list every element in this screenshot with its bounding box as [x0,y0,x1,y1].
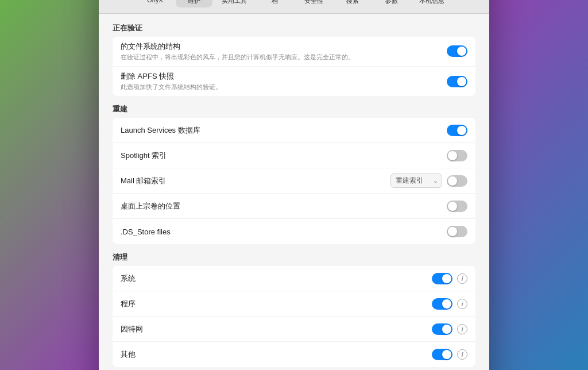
toggle-knob-spotlight [448,151,457,160]
toolbar-item-sysinfo[interactable]: ⓘ本机信息 [412,0,451,7]
toolbar-item-search[interactable]: ⌕搜索 [334,0,371,7]
toggle-ds-store[interactable] [447,226,467,237]
toolbar-item-maintenance[interactable]: ✦维护 [176,0,212,7]
toolbar-item-onyx[interactable]: ⌂OnyX [137,0,173,7]
row-label-spotlight: Spotlight 索引 [121,151,447,161]
toggle-knob-apps [442,299,451,309]
row-desktop-pos: 桌面上宗卷的位置 [113,194,475,219]
toolbar-label-search: 搜索 [346,0,359,5]
row-other: 其他i [113,342,475,367]
section-title-clean: 清理 [113,252,475,263]
row-content-spotlight: Spotlight 索引 [121,151,447,161]
row-right-system: i [432,273,467,284]
toolbar-label-security: 安全性 [304,0,323,5]
row-desc-apfs: 此选项加快了文件系统结构的验证。 [121,83,447,91]
toolbar-item-utilities[interactable]: ⚙实用工具 [215,0,254,7]
row-mail-index: Mail 邮箱索引重建索引 [113,168,475,194]
toggle-launch-services[interactable] [447,125,467,136]
row-content-other: 其他 [121,349,432,360]
row-label-internet: 因特网 [121,324,432,334]
toolbar-label-sysinfo: 本机信息 [419,0,444,5]
toggle-mail-index[interactable] [447,175,467,187]
dropdown-mail-index[interactable]: 重建索引 [390,174,442,188]
row-system: 系统i [113,266,475,291]
main-content: 正在验证的文件系统的结构在验证过程中，将出现彩色的风车，并且您的计算机似乎无响应… [99,14,489,370]
row-right-apps: i [432,298,467,310]
toggle-knob-ds-store [448,227,457,236]
row-right-internet: i [432,323,467,335]
section-title-rebuild: 重建 [113,104,475,114]
row-content-apps: 程序 [121,299,432,309]
toggle-knob-apfs [457,77,466,86]
toggle-spotlight[interactable] [447,150,467,161]
section-card-rebuild: Launch Services 数据库Spotlight 索引Mail 邮箱索引… [113,118,475,244]
toggle-other[interactable] [432,349,452,360]
row-content-filesystem: 的文件系统的结构在验证过程中，将出现彩色的风车，并且您的计算机似乎无响应。这是完… [121,41,447,61]
toggle-apps[interactable] [432,298,452,310]
row-right-launch-services [447,125,467,136]
row-ds-store: .DS_Store files [113,219,475,244]
toggle-knob-other [442,350,451,359]
row-filesystem: 的文件系统的结构在验证过程中，将出现彩色的风车，并且您的计算机似乎无响应。这是完… [113,37,475,67]
toolbar-label-file: 档 [272,0,278,5]
row-content-ds-store: .DS_Store files [121,228,447,236]
toolbar-label-utilities: 实用工具 [222,0,247,5]
row-internet: 因特网i [113,317,475,342]
row-label-desktop-pos: 桌面上宗卷的位置 [121,201,447,211]
toggle-knob-filesystem [457,47,466,56]
toggle-knob-internet [442,325,451,334]
row-right-apfs [447,76,467,87]
row-label-other: 其他 [121,349,432,360]
row-content-desktop-pos: 桌面上宗卷的位置 [121,201,447,211]
row-label-launch-services: Launch Services 数据库 [121,125,447,136]
toolbar-item-file[interactable]: ▭档 [256,0,293,7]
section-title-verify: 正在验证 [113,23,475,33]
toggle-knob-system [442,274,451,283]
row-label-apfs: 删除 APFS 快照 [121,71,447,82]
row-right-filesystem [447,45,467,57]
row-label-apps: 程序 [121,299,432,309]
row-apfs: 删除 APFS 快照此选项加快了文件系统结构的验证。 [113,67,475,96]
row-apps: 程序i [113,291,475,317]
toolbar-item-security[interactable]: ⊙安全性 [295,0,332,7]
toggle-knob-launch-services [457,126,466,135]
row-label-ds-store: .DS_Store files [121,228,447,236]
row-right-ds-store [447,226,467,237]
toolbar-label-params: 参數 [385,0,398,5]
row-content-mail-index: Mail 邮箱索引 [121,176,390,186]
row-label-filesystem: 的文件系统的结构 [121,41,447,52]
toolbar-item-params[interactable]: ≡参數 [373,0,410,7]
toggle-system[interactable] [432,273,452,284]
app-window: OnyX ⌂OnyX✦维护⚙实用工具▭档⊙安全性⌕搜索≡参數ⓘ本机信息 正在验证… [99,0,489,370]
toggle-internet[interactable] [432,323,452,335]
row-right-other: i [432,349,467,360]
toggle-desktop-pos[interactable] [447,201,467,212]
toggle-knob-desktop-pos [448,202,457,211]
section-card-verify: 的文件系统的结构在验证过程中，将出现彩色的风车，并且您的计算机似乎无响应。这是完… [113,37,475,97]
row-content-system: 系统 [121,273,432,284]
info-icon-apps[interactable]: i [457,299,467,309]
row-label-system: 系统 [121,273,432,284]
section-card-clean: 系统i程序i因特网i其他i [113,266,475,367]
row-launch-services: Launch Services 数据库 [113,118,475,143]
toggle-filesystem[interactable] [447,45,467,57]
row-content-internet: 因特网 [121,324,432,334]
info-icon-internet[interactable]: i [457,324,467,334]
toggle-apfs[interactable] [447,76,467,87]
toggle-knob-mail-index [448,176,457,186]
row-desc-filesystem: 在验证过程中，将出现彩色的风车，并且您的计算机似乎无响应。这是完全正常的。 [121,53,447,61]
info-icon-system[interactable]: i [457,273,467,284]
row-spotlight: Spotlight 索引 [113,143,475,168]
toolbar: ⌂OnyX✦维护⚙实用工具▭档⊙安全性⌕搜索≡参數ⓘ本机信息 [99,0,489,14]
row-right-desktop-pos [447,201,467,212]
row-right-mail-index: 重建索引 [390,174,467,188]
toolbar-label-maintenance: 维护 [188,0,200,5]
row-right-spotlight [447,150,467,161]
row-content-apfs: 删除 APFS 快照此选项加快了文件系统结构的验证。 [121,71,447,91]
row-label-mail-index: Mail 邮箱索引 [121,176,390,186]
info-icon-other[interactable]: i [457,349,467,360]
toolbar-label-onyx: OnyX [147,0,163,3]
row-content-launch-services: Launch Services 数据库 [121,125,447,136]
